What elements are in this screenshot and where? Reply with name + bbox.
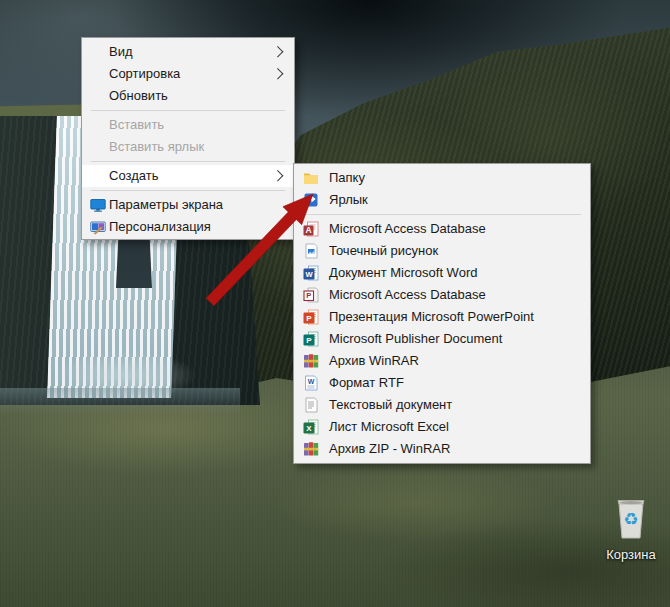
submenu-item-publisher-document[interactable]: P Microsoft Publisher Document	[294, 328, 590, 350]
submenu-item-label: Папку	[329, 170, 365, 185]
submenu-item-label: Ярлык	[329, 192, 368, 207]
menu-item-view[interactable]: Вид	[82, 41, 294, 63]
submenu-item-label: Презентация Microsoft PowerPoint	[329, 309, 534, 324]
menu-item-label: Сортировка	[109, 66, 180, 81]
submenu-item-label: Архив WinRAR	[329, 353, 419, 368]
menu-item-paste: Вставить	[82, 114, 294, 136]
menu-separator	[303, 214, 581, 215]
submenu-item-label: Документ Microsoft Word	[329, 265, 477, 280]
recycle-bin[interactable]: ♻ Корзина	[596, 492, 666, 562]
menu-item-new[interactable]: Создать	[82, 165, 294, 187]
winrar-icon	[303, 353, 319, 369]
access-legacy-icon: P	[303, 287, 319, 303]
powerpoint-icon: P	[303, 309, 319, 325]
submenu-item-bitmap[interactable]: Точечный рисунок	[294, 240, 590, 262]
rtf-icon: W	[303, 375, 319, 391]
menu-separator	[91, 190, 285, 191]
submenu-item-label: Microsoft Publisher Document	[329, 331, 502, 346]
excel-icon: X	[303, 419, 319, 435]
access-icon: A	[303, 221, 319, 237]
text-document-icon	[303, 397, 319, 413]
chevron-right-icon	[272, 46, 283, 57]
menu-item-label: Параметры экрана	[109, 197, 223, 212]
svg-text:P: P	[306, 314, 312, 323]
menu-item-label: Вставить ярлык	[109, 139, 204, 154]
desktop-context-menu: Вид Сортировка Обновить Вставить Вставит…	[81, 37, 295, 240]
menu-item-label: Создать	[109, 168, 158, 183]
submenu-item-zip-winrar-archive[interactable]: Архив ZIP - WinRAR	[294, 438, 590, 460]
submenu-item-folder[interactable]: Папку	[294, 167, 590, 189]
menu-item-display-settings[interactable]: Параметры экрана	[82, 194, 294, 216]
menu-separator	[91, 110, 285, 111]
submenu-item-shortcut[interactable]: Ярлык	[294, 189, 590, 211]
bitmap-icon	[303, 243, 319, 259]
menu-item-label: Обновить	[109, 88, 168, 103]
display-icon	[90, 197, 106, 213]
submenu-item-rtf[interactable]: W Формат RTF	[294, 372, 590, 394]
submenu-item-label: Формат RTF	[329, 375, 404, 390]
submenu-item-label: Текстовый документ	[329, 397, 452, 412]
shortcut-icon	[303, 192, 319, 208]
submenu-item-label: Microsoft Access Database	[329, 287, 486, 302]
chevron-right-icon	[272, 68, 283, 79]
svg-text:W: W	[305, 270, 313, 279]
chevron-right-icon	[272, 170, 283, 181]
word-icon: W	[303, 265, 319, 281]
submenu-item-label: Точечный рисунок	[329, 243, 438, 258]
menu-item-label: Вид	[109, 44, 133, 59]
submenu-item-label: Microsoft Access Database	[329, 221, 486, 236]
svg-text:♻: ♻	[623, 509, 638, 529]
publisher-icon: P	[303, 331, 319, 347]
svg-text:X: X	[306, 424, 312, 433]
wallpaper-pool	[0, 388, 240, 414]
menu-separator	[91, 161, 285, 162]
submenu-item-excel-worksheet[interactable]: X Лист Microsoft Excel	[294, 416, 590, 438]
recycle-bin-icon: ♻	[607, 528, 655, 545]
menu-item-personalization[interactable]: Персонализация	[82, 216, 294, 238]
submenu-item-access-database-legacy[interactable]: P Microsoft Access Database	[294, 284, 590, 306]
menu-item-refresh[interactable]: Обновить	[82, 85, 294, 107]
svg-text:A: A	[305, 225, 311, 235]
submenu-item-winrar-archive[interactable]: Архив WinRAR	[294, 350, 590, 372]
new-submenu: Папку Ярлык A Microsoft Access Database …	[293, 163, 591, 464]
recycle-bin-label: Корзина	[596, 547, 666, 562]
submenu-item-access-database[interactable]: A Microsoft Access Database	[294, 218, 590, 240]
folder-icon	[303, 170, 319, 186]
winrar-icon	[303, 441, 319, 457]
svg-text:P: P	[306, 336, 312, 345]
desktop[interactable]: ♻ Корзина Вид Сортировка Обновить Встави…	[0, 0, 670, 607]
menu-item-paste-shortcut: Вставить ярлык	[82, 136, 294, 158]
submenu-item-powerpoint-presentation[interactable]: P Презентация Microsoft PowerPoint	[294, 306, 590, 328]
menu-item-label: Персонализация	[109, 219, 211, 234]
submenu-item-label: Лист Microsoft Excel	[329, 419, 449, 434]
menu-item-label: Вставить	[109, 117, 164, 132]
submenu-item-word-document[interactable]: W Документ Microsoft Word	[294, 262, 590, 284]
svg-text:W: W	[308, 378, 315, 385]
svg-text:P: P	[306, 291, 311, 300]
personalization-icon	[90, 219, 106, 235]
menu-item-sort[interactable]: Сортировка	[82, 63, 294, 85]
submenu-item-label: Архив ZIP - WinRAR	[329, 441, 450, 456]
submenu-item-text-document[interactable]: Текстовый документ	[294, 394, 590, 416]
